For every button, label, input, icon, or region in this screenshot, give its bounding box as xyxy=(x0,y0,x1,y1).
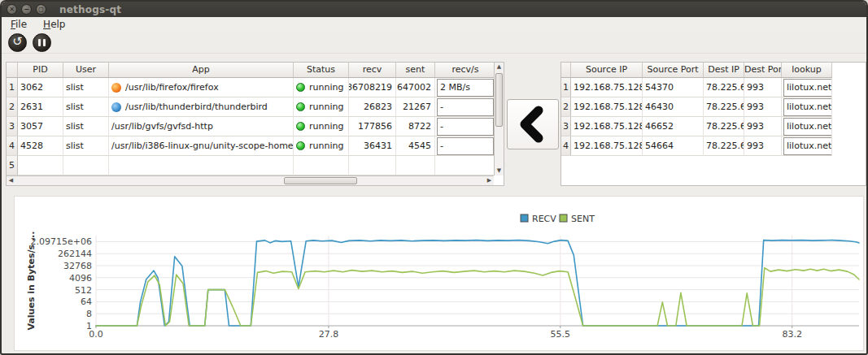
column-header-destport[interactable]: Dest Port xyxy=(744,63,782,77)
column-header-sourceip[interactable]: Source IP xyxy=(571,63,643,77)
hscrollbar-thumb[interactable] xyxy=(284,177,357,184)
dest-port-cell[interactable]: 993 xyxy=(744,78,782,97)
dest-ip-cell[interactable]: 78.225.6.31 xyxy=(704,136,744,156)
maximize-button[interactable]: ◻ xyxy=(36,4,46,15)
menu-help[interactable]: Help xyxy=(41,18,68,31)
recv-cell[interactable] xyxy=(349,156,396,175)
column-header-sourceport[interactable]: Source Port xyxy=(643,63,704,77)
column-header-lookup[interactable]: lookup xyxy=(782,63,832,77)
app-cell[interactable] xyxy=(109,156,294,175)
recv-rate-cell[interactable] xyxy=(435,156,496,175)
scroll-down-icon[interactable]: ▼ xyxy=(495,167,504,175)
status-cell[interactable]: running xyxy=(294,117,349,136)
user-cell[interactable]: slist xyxy=(63,78,109,97)
row-number[interactable]: 1 xyxy=(561,78,571,97)
column-header-app[interactable]: App xyxy=(109,63,294,77)
recv-rate-cell[interactable]: - xyxy=(435,117,496,136)
titlebar[interactable]: ✕−◻ nethogs-qt xyxy=(2,2,866,17)
app-cell[interactable]: /usr/lib/firefox/firefox xyxy=(109,78,294,97)
column-header-user[interactable]: User xyxy=(63,63,109,77)
dest-port-cell[interactable]: 993 xyxy=(744,97,782,117)
table-row: 33057slist/usr/lib/gvfs/gvfsd-httprunnin… xyxy=(7,117,496,136)
sent-cell[interactable]: 21267 xyxy=(396,97,435,117)
sent-cell[interactable]: 647002 xyxy=(396,78,435,97)
source-ip-cell[interactable]: 192.168.75.128 xyxy=(571,117,643,136)
pid-cell[interactable]: 3062 xyxy=(18,78,63,97)
dest-ip-cell[interactable]: 78.225.6.31 xyxy=(704,78,744,97)
status-cell[interactable]: running xyxy=(294,136,349,156)
user-cell[interactable] xyxy=(63,156,109,175)
process-table-vscrollbar[interactable]: ▲ ▼ xyxy=(494,63,504,175)
app-cell[interactable]: /usr/lib/thunderbird/thunderbird xyxy=(109,97,294,117)
column-header-destip[interactable]: Dest IP xyxy=(704,63,744,77)
pid-cell[interactable]: 4528 xyxy=(18,136,63,156)
row-number[interactable]: 3 xyxy=(561,117,571,136)
status-cell[interactable] xyxy=(294,156,349,175)
dest-port-cell[interactable]: 993 xyxy=(744,117,782,136)
pid-cell[interactable]: 3057 xyxy=(18,117,63,136)
column-header-pid[interactable]: PID xyxy=(18,63,63,77)
app-cell[interactable]: /usr/lib/i386-linux-gnu/unity-scope-home… xyxy=(109,136,294,156)
source-port-cell[interactable]: 46430 xyxy=(643,97,704,117)
show-connections-button[interactable] xyxy=(507,99,559,149)
recv-rate-value: 2 MB/s xyxy=(437,79,494,97)
close-button[interactable]: ✕ xyxy=(7,4,17,15)
minimize-button[interactable]: − xyxy=(21,4,32,15)
app-cell[interactable]: /usr/lib/gvfs/gvfsd-http xyxy=(109,117,294,136)
scroll-up-icon[interactable]: ▲ xyxy=(495,63,504,71)
restart-capture-button[interactable]: ↺ xyxy=(8,33,27,52)
row-number[interactable]: 3 xyxy=(7,117,18,136)
menu-file[interactable]: File xyxy=(8,18,29,31)
dest-ip-cell[interactable]: 78.225.6.31 xyxy=(704,117,744,136)
status-cell[interactable]: running xyxy=(294,97,349,117)
table-row: 44528slist/usr/lib/i386-linux-gnu/unity-… xyxy=(7,136,496,156)
column-header-recv[interactable]: recv xyxy=(349,63,396,77)
row-number[interactable]: 4 xyxy=(561,136,571,156)
user-cell[interactable]: slist xyxy=(63,97,109,117)
recv-cell[interactable]: 36431 xyxy=(349,136,396,156)
source-ip-cell[interactable]: 192.168.75.128 xyxy=(571,97,643,117)
dest-port-cell[interactable]: 993 xyxy=(744,136,782,156)
lookup-cell[interactable]: lilotux.net xyxy=(782,117,832,136)
lookup-cell[interactable]: lilotux.net xyxy=(782,97,832,117)
sent-cell[interactable]: 8722 xyxy=(396,117,435,136)
source-port-cell[interactable]: 54370 xyxy=(643,78,704,97)
y-tick-label: 512 xyxy=(75,285,92,296)
column-header-sent[interactable]: sent xyxy=(396,63,435,77)
source-port-cell[interactable]: 54664 xyxy=(643,136,704,156)
pid-cell[interactable]: 2631 xyxy=(18,97,63,117)
recv-rate-cell[interactable]: - xyxy=(435,97,496,117)
source-port-cell[interactable]: 46652 xyxy=(643,117,704,136)
source-ip-cell[interactable]: 192.168.75.128 xyxy=(571,78,643,97)
scroll-left-icon[interactable]: ◀ xyxy=(7,176,15,185)
recv-rate-cell[interactable]: 2 MB/s xyxy=(435,78,496,97)
sent-cell[interactable]: 4545 xyxy=(396,136,435,156)
lookup-cell[interactable]: lilotux.net xyxy=(782,136,832,156)
vscrollbar-thumb[interactable] xyxy=(495,73,503,127)
x-tick-label: 55.5 xyxy=(551,329,571,340)
status-cell[interactable]: running xyxy=(294,78,349,97)
process-table-hscrollbar[interactable]: ◀ ▶ xyxy=(7,175,494,185)
recv-cell[interactable]: 186708219 xyxy=(349,78,396,97)
recv-cell[interactable]: 177856 xyxy=(349,117,396,136)
row-number[interactable]: 1 xyxy=(7,78,18,97)
source-ip-cell[interactable]: 192.168.75.128 xyxy=(571,136,643,156)
row-number[interactable]: 2 xyxy=(7,97,18,117)
recv-rate-cell[interactable]: - xyxy=(435,136,496,156)
pause-capture-button[interactable] xyxy=(33,33,51,52)
user-cell[interactable]: slist xyxy=(63,136,109,156)
dest-ip-cell[interactable]: 78.225.6.31 xyxy=(704,97,744,117)
app-window: ✕−◻ nethogs-qt FileHelp ↺ PIDUserAppStat… xyxy=(0,0,868,355)
row-number[interactable]: 5 xyxy=(7,156,18,175)
sent-cell[interactable] xyxy=(396,156,435,175)
scroll-right-icon[interactable]: ▶ xyxy=(485,176,494,185)
recv-cell[interactable]: 26823 xyxy=(349,97,396,117)
lookup-cell[interactable]: lilotux.net xyxy=(782,78,832,97)
pid-cell[interactable] xyxy=(18,156,63,175)
user-cell[interactable]: slist xyxy=(63,117,109,136)
column-header-recvs[interactable]: recv/s xyxy=(435,63,496,77)
app-path: /usr/lib/thunderbird/thunderbird xyxy=(125,102,268,112)
row-number[interactable]: 2 xyxy=(561,97,571,117)
row-number[interactable]: 4 xyxy=(7,136,18,156)
column-header-status[interactable]: Status xyxy=(294,63,349,77)
